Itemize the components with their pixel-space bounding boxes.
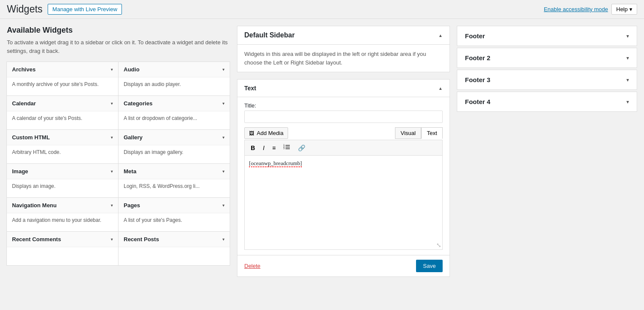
accordion-title-footer: Footer [465,32,485,40]
right-panel: Footer ▾ Footer 2 ▾ Footer 3 ▾ Footer 4 … [457,26,637,300]
svg-rect-2 [286,148,290,149]
text-tab[interactable]: Text [421,127,443,139]
svg-text:3: 3 [283,147,285,150]
widget-item-recent-comments[interactable]: Recent Comments ▾ [6,231,118,266]
text-widget: Text ▲ Title: 🖼 Add Media Visual Text [237,79,450,277]
widget-item-calendar[interactable]: Calendar ▾ A calendar of your site's Pos… [6,95,118,130]
accordion-chevron-footer2: ▾ [626,55,629,61]
widget-chevron-navigation-menu: ▾ [111,203,113,208]
text-widget-header[interactable]: Text ▲ [237,80,450,97]
visual-tab[interactable]: Visual [395,127,421,139]
widget-desc-calendar: A calendar of your site's Posts. [7,111,118,129]
accordion-header-footer4[interactable]: Footer 4 ▾ [457,92,637,111]
widget-header-pages[interactable]: Pages ▾ [118,198,230,213]
widget-chevron-calendar: ▾ [111,101,113,106]
widget-item-recent-posts[interactable]: Recent Posts ▾ [118,231,230,266]
title-input[interactable] [244,110,443,123]
widget-header-gallery[interactable]: Gallery ▾ [118,130,230,145]
available-widgets-title: Available Widgets [7,26,230,35]
widget-desc-archives: A monthly archive of your site's Posts. [7,77,118,95]
link-button[interactable]: 🔗 [295,144,308,152]
widget-item-audio[interactable]: Audio ▾ Displays an audio player. [118,61,230,96]
accordion-title-footer3: Footer 3 [465,76,490,83]
widget-chevron-categories: ▾ [222,101,225,106]
widget-chevron-image: ▾ [111,169,113,174]
widget-header-audio[interactable]: Audio ▾ [118,62,230,77]
widget-item-navigation-menu[interactable]: Navigation Menu ▾ Add a navigation menu … [6,197,118,232]
widget-header-archives[interactable]: Archives ▾ [7,62,118,77]
accordion-title-footer2: Footer 2 [465,54,490,61]
widget-header-categories[interactable]: Categories ▾ [118,96,230,111]
accordion-header-footer3[interactable]: Footer 3 ▾ [457,70,637,89]
default-sidebar-chevron: ▲ [438,33,443,38]
widget-item-categories[interactable]: Categories ▾ A list or dropdown of categ… [118,95,230,130]
widget-chevron-recent-comments: ▾ [111,237,113,242]
help-chevron-icon: ▾ [629,6,632,12]
manage-preview-button[interactable]: Manage with Live Preview [48,4,122,15]
widget-desc-pages: A list of your site's Pages. [118,213,230,231]
widget-title-image: Image [12,168,28,175]
ordered-list-icon: 1 2 3 [283,144,290,150]
accessibility-link[interactable]: Enable accessibility mode [544,6,608,12]
text-widget-title: Text [244,85,256,92]
help-button[interactable]: Help ▾ [611,4,637,15]
widget-desc-image: Displays an image. [7,179,118,197]
format-toolbar: B I ≡ 1 2 3 🔗 [244,140,443,155]
widget-title-navigation-menu: Navigation Menu [12,202,57,209]
widget-header-custom-html[interactable]: Custom HTML ▾ [7,130,118,145]
italic-button[interactable]: I [260,144,267,152]
add-media-button[interactable]: 🖼 Add Media [244,127,288,139]
unordered-list-button[interactable]: ≡ [270,144,278,152]
widget-desc-meta: Login, RSS, & WordPress.org li... [118,179,230,197]
accordion-footer3: Footer 3 ▾ [457,70,637,90]
widget-desc-custom-html: Arbitrary HTML code. [7,145,118,163]
editor-content-area[interactable]: [oceanwp_breadcrumb] ⤡ [244,155,443,250]
ordered-list-button[interactable]: 1 2 3 [281,143,293,153]
widget-title-archives: Archives [12,66,36,73]
widget-chevron-meta: ▾ [222,169,225,174]
widget-desc-categories: A list or dropdown of categorie... [118,111,230,129]
widget-header-meta[interactable]: Meta ▾ [118,164,230,179]
widget-header-recent-posts[interactable]: Recent Posts ▾ [118,232,230,247]
widget-title-recent-comments: Recent Comments [12,236,61,242]
widget-header-calendar[interactable]: Calendar ▾ [7,96,118,111]
accordion-header-footer[interactable]: Footer ▾ [457,26,637,46]
svg-rect-0 [286,145,290,146]
accordion-chevron-footer3: ▾ [626,77,629,83]
media-icon: 🖼 [249,130,254,136]
widget-desc-recent-posts [118,247,230,265]
widget-item-archives[interactable]: Archives ▾ A monthly archive of your sit… [6,61,118,96]
default-sidebar-header[interactable]: Default Sidebar ▲ [237,26,450,45]
widget-chevron-gallery: ▾ [222,135,225,140]
delete-link[interactable]: Delete [244,263,261,269]
editor-shortcode: [oceanwp_breadcrumb] [249,160,302,167]
widget-header-image[interactable]: Image ▾ [7,164,118,179]
widget-title-meta: Meta [124,168,137,175]
help-label: Help [616,6,628,12]
default-sidebar-title: Default Sidebar [244,31,295,39]
accordion-header-footer2[interactable]: Footer 2 ▾ [457,48,637,68]
widget-item-pages[interactable]: Pages ▾ A list of your site's Pages. [118,197,230,232]
widget-header-navigation-menu[interactable]: Navigation Menu ▾ [7,198,118,213]
widget-title-calendar: Calendar [12,100,36,107]
add-media-label: Add Media [257,130,283,136]
save-button[interactable]: Save [416,260,443,272]
widget-title-custom-html: Custom HTML [12,134,50,141]
svg-rect-1 [286,147,290,147]
default-sidebar-section: Default Sidebar ▲ Widgets in this area w… [237,26,450,72]
widget-header-recent-comments[interactable]: Recent Comments ▾ [7,232,118,247]
widget-title-pages: Pages [124,202,140,209]
widget-item-image[interactable]: Image ▾ Displays an image. [6,163,118,198]
widget-item-custom-html[interactable]: Custom HTML ▾ Arbitrary HTML code. [6,129,118,164]
bold-button[interactable]: B [248,144,258,152]
widget-chevron-audio: ▾ [222,67,225,72]
widget-chevron-custom-html: ▾ [111,135,113,140]
widget-desc-audio: Displays an audio player. [118,77,230,95]
resize-handle[interactable]: ⤡ [436,242,441,249]
widget-item-gallery[interactable]: Gallery ▾ Displays an image gallery. [118,129,230,164]
editor-toolbar: 🖼 Add Media Visual Text [244,127,443,139]
widget-item-meta[interactable]: Meta ▾ Login, RSS, & WordPress.org li... [118,163,230,198]
widget-title-categories: Categories [124,100,152,107]
widget-chevron-archives: ▾ [111,67,113,72]
widget-desc-navigation-menu: Add a navigation menu to your sidebar. [7,213,118,231]
